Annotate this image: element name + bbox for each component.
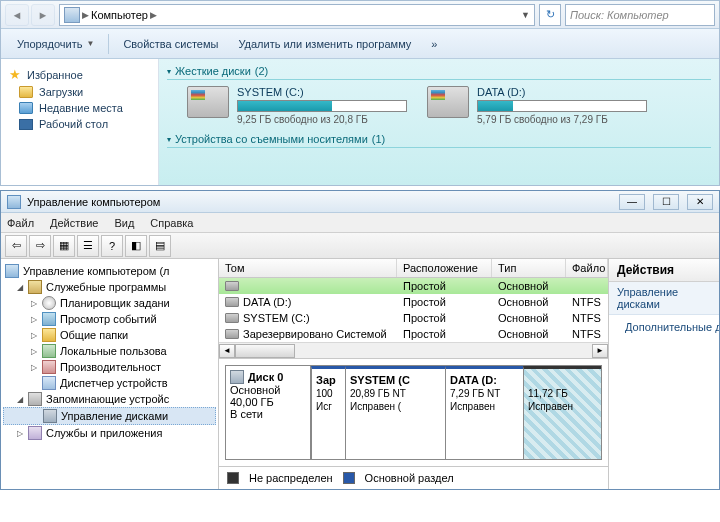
tree-system-tools[interactable]: ◢Служебные программы [3, 279, 216, 295]
tree-disk-management[interactable]: Управление дисками [3, 407, 216, 425]
tree-device-manager[interactable]: Диспетчер устройств [3, 375, 216, 391]
extra-icon[interactable]: ▤ [149, 235, 171, 257]
nav-desktop[interactable]: Рабочий стол [5, 116, 154, 132]
help-icon[interactable]: ? [101, 235, 123, 257]
volume-icon [225, 281, 239, 291]
group-removable[interactable]: ▾Устройства со съемными носителями (1) [167, 131, 711, 148]
storage-icon [28, 392, 42, 406]
tree-services[interactable]: ▷Службы и приложения [3, 425, 216, 441]
volume-row[interactable]: SYSTEM (C:)ПростойОсновнойNTFS [219, 310, 608, 326]
col-volume[interactable]: Том [219, 259, 397, 277]
col-type[interactable]: Тип [492, 259, 566, 277]
dropdown-icon[interactable]: ▼ [521, 10, 530, 20]
drive-label: SYSTEM (C:) [237, 86, 407, 98]
h-scrollbar[interactable]: ◄ ► [219, 342, 608, 358]
chevron-down-icon: ▼ [86, 39, 94, 48]
nav-downloads[interactable]: Загрузки [5, 84, 154, 100]
legend-primary-icon [343, 472, 355, 484]
perf-icon [42, 360, 56, 374]
nav-recent[interactable]: Недавние места [5, 100, 154, 116]
tree-events[interactable]: ▷Просмотр событий [3, 311, 216, 327]
partition[interactable]: 11,72 ГБИсправен [523, 366, 601, 459]
menu-view[interactable]: Вид [114, 217, 134, 229]
back-icon[interactable]: ⇦ [5, 235, 27, 257]
view-icon[interactable]: ▦ [53, 235, 75, 257]
nav-back-button[interactable]: ◄ [5, 4, 29, 26]
explorer-window: ◄ ► ▶ Компьютер ▶ ▼ ↻ Поиск: Компьютер У… [0, 0, 720, 186]
expand-icon[interactable]: ▷ [29, 331, 38, 340]
volume-icon [225, 313, 239, 323]
refresh-icon[interactable]: ☰ [77, 235, 99, 257]
volume-table: Том Расположение Тип Файло ПростойОсновн… [219, 259, 608, 359]
drive-icon [427, 86, 469, 118]
volume-row[interactable]: DATA (D:)ПростойОсновнойNTFS [219, 294, 608, 310]
folder-icon [19, 86, 33, 98]
uninstall-program-button[interactable]: Удалить или изменить программу [230, 34, 419, 54]
tree-performance[interactable]: ▷Производительност [3, 359, 216, 375]
group-hard-drives[interactable]: ▾Жесткие диски (2) [167, 63, 711, 80]
tree-scheduler[interactable]: ▷Планировщик задани [3, 295, 216, 311]
expand-icon[interactable]: ▷ [15, 429, 24, 438]
volume-row[interactable]: ПростойОсновной [219, 278, 608, 294]
toolbar-overflow-button[interactable]: » [423, 34, 445, 54]
device-icon [42, 376, 56, 390]
partition[interactable]: DATA (D:7,29 ГБ NTИсправен [445, 366, 523, 459]
col-fs[interactable]: Файло [566, 259, 608, 277]
close-button[interactable]: ✕ [687, 194, 713, 210]
volume-icon [225, 329, 239, 339]
tree-shared[interactable]: ▷Общие папки [3, 327, 216, 343]
actions-pane: Действия Управление дисками Дополнительн… [609, 259, 719, 489]
collapse-icon[interactable]: ◢ [15, 283, 24, 292]
scroll-thumb[interactable] [235, 344, 295, 358]
organize-button[interactable]: Упорядочить▼ [9, 34, 102, 54]
volume-row[interactable]: Зарезервировано СистемойПростойОсновнойN… [219, 326, 608, 342]
users-icon [42, 344, 56, 358]
expand-icon[interactable]: ▷ [29, 347, 38, 356]
drive-data-d[interactable]: DATA (D:) 5,79 ГБ свободно из 7,29 ГБ [427, 86, 647, 125]
menu-action[interactable]: Действие [50, 217, 98, 229]
computer-management-window: Управление компьютером — ☐ ✕ Файл Действ… [0, 190, 720, 490]
drive-label: DATA (D:) [477, 86, 647, 98]
search-input[interactable]: Поиск: Компьютер [565, 4, 715, 26]
clock-icon [42, 296, 56, 310]
address-bar: ◄ ► ▶ Компьютер ▶ ▼ ↻ Поиск: Компьютер [1, 1, 719, 29]
maximize-button[interactable]: ☐ [653, 194, 679, 210]
nav-forward-button[interactable]: ► [31, 4, 55, 26]
tree-storage[interactable]: ◢Запоминающие устройс [3, 391, 216, 407]
breadcrumb-location[interactable]: Компьютер [91, 9, 148, 21]
folder-icon [42, 328, 56, 342]
minimize-button[interactable]: — [619, 194, 645, 210]
app-icon [7, 195, 21, 209]
disk-info[interactable]: Диск 0 Основной 40,00 ГБ В сети [225, 365, 311, 460]
menu-help[interactable]: Справка [150, 217, 193, 229]
scroll-right-icon[interactable]: ► [592, 344, 608, 358]
forward-icon[interactable]: ⇨ [29, 235, 51, 257]
tree-root[interactable]: Управление компьютером (л [3, 263, 216, 279]
menu-file[interactable]: Файл [7, 217, 34, 229]
actions-more[interactable]: Дополнительные д [609, 315, 719, 339]
drive-icon [187, 86, 229, 118]
refresh-button[interactable]: ↻ [539, 4, 561, 26]
center-pane: Том Расположение Тип Файло ПростойОсновн… [219, 259, 609, 489]
partition[interactable]: SYSTEM (C20,89 ГБ NTИсправен ( [345, 366, 445, 459]
collapse-icon[interactable]: ◢ [15, 395, 24, 404]
drive-space-bar [477, 100, 647, 112]
star-icon: ★ [9, 67, 21, 82]
drive-system-c[interactable]: SYSTEM (C:) 9,25 ГБ свободно из 20,8 ГБ [187, 86, 407, 125]
title-bar: Управление компьютером — ☐ ✕ [1, 191, 719, 213]
breadcrumb[interactable]: ▶ Компьютер ▶ ▼ [59, 4, 535, 26]
actions-diskmgmt[interactable]: Управление дисками [609, 282, 719, 315]
legend: Не распределен Основной раздел [219, 467, 608, 489]
disk-icon [43, 409, 57, 423]
partition[interactable]: Зар100Исг [311, 366, 345, 459]
expand-icon[interactable]: ▷ [29, 363, 38, 372]
favorites-header[interactable]: ★Избранное [5, 65, 154, 84]
scroll-left-icon[interactable]: ◄ [219, 344, 235, 358]
extra-icon[interactable]: ◧ [125, 235, 147, 257]
desktop-icon [19, 119, 33, 130]
tree-users[interactable]: ▷Локальные пользова [3, 343, 216, 359]
system-properties-button[interactable]: Свойства системы [115, 34, 226, 54]
expand-icon[interactable]: ▷ [29, 299, 38, 308]
expand-icon[interactable]: ▷ [29, 315, 38, 324]
col-layout[interactable]: Расположение [397, 259, 492, 277]
